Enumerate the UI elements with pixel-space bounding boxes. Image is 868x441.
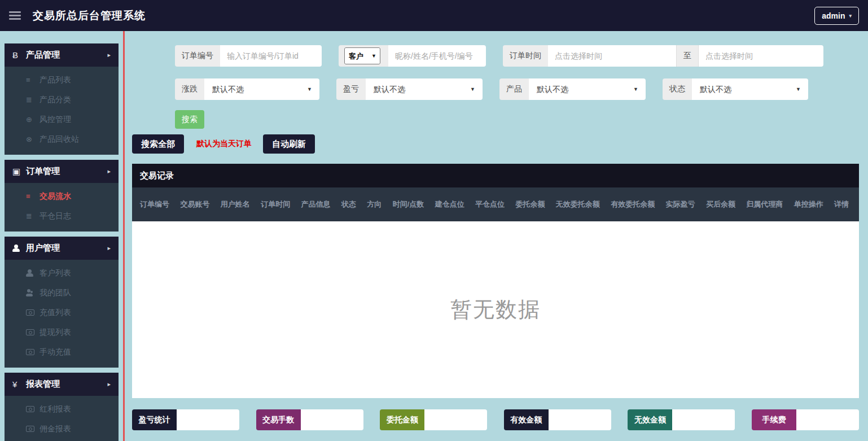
- sidebar-item[interactable]: ≣平仓日志: [5, 206, 119, 226]
- caret-right-icon: ▸: [107, 168, 111, 175]
- stat-label: 盈亏统计: [132, 409, 177, 430]
- list-icon: ≡: [26, 76, 40, 84]
- order-time-label: 订单时间: [503, 45, 548, 67]
- customer-select-wrap: 客户 ▼: [339, 45, 388, 67]
- sidebar-item[interactable]: 充值列表: [5, 303, 119, 322]
- stat-value: [549, 409, 611, 430]
- sidebar-item[interactable]: ≣产品分类: [5, 90, 119, 110]
- status-select[interactable]: 默认不选: [692, 78, 808, 100]
- order-time-from-input[interactable]: [548, 45, 676, 67]
- profit-loss-select[interactable]: 默认不选: [366, 78, 483, 100]
- customer-type-select[interactable]: 客户: [345, 48, 380, 64]
- column-header: 有效委托余额: [611, 199, 655, 209]
- customer-input[interactable]: [388, 45, 486, 67]
- stat-label: 手续费: [752, 409, 796, 430]
- sidebar-item[interactable]: 提现列表: [5, 322, 119, 342]
- banknote-icon: [26, 329, 34, 335]
- sidebar-submenu: ≡交易流水≣平仓日志: [5, 183, 119, 232]
- move-icon: ⊕: [26, 115, 40, 124]
- column-header: 归属代理商: [746, 199, 783, 209]
- sidebar-item[interactable]: ⊕风控管理: [5, 110, 119, 129]
- order-no-filter: 订单编号: [175, 45, 322, 67]
- table-body: 暂无数据: [132, 221, 859, 398]
- sidebar-section-label: 报表管理: [26, 379, 60, 390]
- sidebar-item-label: 红利报表: [40, 404, 71, 414]
- filter-row-2: 涨跌 默认不选 ▼ 盈亏 默认不选 ▼ 产品 默认不选 ▼ 状态 默认不选 ▼: [175, 78, 808, 100]
- search-all-button[interactable]: 搜索全部: [132, 134, 184, 154]
- sidebar-item[interactable]: 资金报表: [5, 439, 119, 441]
- sidebar-section-label: 产品管理: [26, 50, 60, 60]
- sidebar-section-header[interactable]: ▣订单管理▸: [5, 160, 119, 183]
- column-header: 详情: [834, 199, 849, 209]
- orders-icon: ▣: [12, 167, 26, 177]
- caret-right-icon: ▸: [107, 244, 111, 252]
- sidebar-section-header[interactable]: Ƀ产品管理▸: [5, 43, 119, 67]
- column-header: 方向: [367, 199, 382, 209]
- auto-refresh-button[interactable]: 自动刷新: [263, 134, 315, 154]
- stat-value: [672, 409, 735, 430]
- column-header: 订单时间: [261, 199, 290, 209]
- hamburger-icon: [9, 15, 21, 16]
- sidebar-section-label: 订单管理: [26, 166, 60, 177]
- sidebar-section-header[interactable]: ¥报表管理▸: [5, 373, 119, 396]
- sidebar-item[interactable]: 佣金报表: [5, 419, 119, 439]
- column-header: 单控操作: [794, 199, 823, 209]
- order-no-input[interactable]: [220, 45, 322, 67]
- sidebar-item-label: 佣金报表: [40, 424, 71, 434]
- bitcoin-icon: Ƀ: [12, 50, 26, 60]
- sidebar-item-label: 提现列表: [40, 328, 71, 338]
- sidebar-item[interactable]: ⊗产品回收站: [5, 129, 119, 149]
- sidebar-section-header[interactable]: 用户管理▸: [5, 237, 119, 260]
- product-select[interactable]: 默认不选: [529, 78, 646, 100]
- column-header: 订单编号: [140, 199, 169, 210]
- empty-state-text: 暂无数据: [450, 295, 541, 324]
- stat-value: [796, 409, 859, 430]
- sidebar-section-label: 用户管理: [26, 243, 60, 254]
- column-header: 状态: [341, 199, 356, 209]
- order-time-filter: 订单时间 至: [503, 45, 823, 67]
- sidebar-section: ¥报表管理▸红利报表佣金报表资金报表: [5, 373, 119, 441]
- filter-row-1: 订单编号 客户 ▼ 订单时间 至: [175, 45, 823, 67]
- caret-right-icon: ▸: [107, 51, 111, 59]
- main-content: 订单编号 客户 ▼ 订单时间 至 涨跌 默认不: [132, 31, 859, 441]
- sidebar-item[interactable]: ≡产品列表: [5, 70, 119, 90]
- sidebar-item-label: 产品列表: [40, 75, 71, 85]
- stat-group: 有效金额: [504, 409, 611, 430]
- order-time-to-input[interactable]: [699, 45, 823, 67]
- column-header: 买后余额: [706, 199, 735, 209]
- menu-toggle-button[interactable]: [9, 15, 26, 16]
- sidebar-item[interactable]: 红利报表: [5, 399, 119, 419]
- order-time-to-label: 至: [676, 45, 699, 67]
- column-header: 用户姓名: [221, 199, 250, 209]
- sidebar-item-label: 产品分类: [40, 95, 71, 105]
- caret-down-icon: ▾: [849, 13, 852, 19]
- rise-fall-select[interactable]: 默认不选: [204, 78, 319, 100]
- trade-records-panel: 交易记录 订单编号交易账号用户姓名订单时间产品信息状态方向时间/点数建仓点位平仓…: [132, 164, 859, 398]
- sidebar-item[interactable]: 客户列表: [5, 263, 119, 283]
- status-filter: 状态 默认不选 ▼: [663, 78, 808, 100]
- search-button[interactable]: 搜索: [175, 110, 204, 129]
- sidebar-section: 用户管理▸客户列表我的团队充值列表提现列表手动充值: [5, 237, 119, 368]
- sidebar-item[interactable]: ≡交易流水: [5, 186, 119, 206]
- stats-row: 盈亏统计交易手数委托金额有效金额无效金额手续费: [132, 409, 859, 430]
- sidebar-item-label: 交易流水: [40, 191, 71, 202]
- banknote-icon: [26, 426, 34, 432]
- product-label: 产品: [499, 78, 529, 100]
- customer-filter: 客户 ▼: [339, 45, 486, 67]
- stat-label: 无效金额: [628, 409, 672, 430]
- sidebar-item-label: 手动充值: [40, 347, 71, 357]
- product-filter: 产品 默认不选 ▼: [499, 78, 646, 100]
- profit-loss-label: 盈亏: [336, 78, 366, 100]
- user-menu-button[interactable]: admin ▾: [814, 7, 859, 25]
- sidebar-item-label: 平仓日志: [40, 211, 71, 221]
- sidebar-item[interactable]: 手动充值: [5, 342, 119, 362]
- sidebar-item[interactable]: 我的团队: [5, 283, 119, 303]
- column-header: 平仓点位: [475, 199, 505, 209]
- column-header: 交易账号: [180, 199, 209, 209]
- table-header-row: 订单编号交易账号用户姓名订单时间产品信息状态方向时间/点数建仓点位平仓点位委托余…: [132, 187, 859, 221]
- stat-value: [177, 409, 239, 430]
- stat-label: 委托金额: [380, 409, 424, 430]
- app-title: 交易所总后台管理系统: [33, 8, 146, 23]
- default-note: 默认为当天订单: [196, 139, 252, 149]
- stat-group: 无效金额: [628, 409, 735, 430]
